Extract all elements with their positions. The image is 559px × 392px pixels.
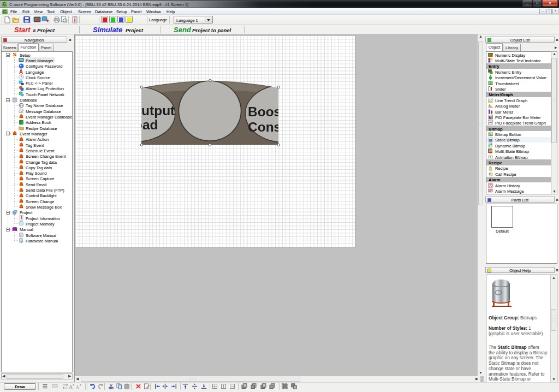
svg-text:Output: Output [140, 103, 175, 118]
svg-text:012: 012 [489, 53, 493, 56]
svg-text:Load: Load [140, 117, 158, 132]
svg-text:A: A [69, 384, 73, 390]
svg-text:Boost: Boost [248, 104, 281, 119]
svg-text:A: A [19, 69, 23, 74]
svg-text:A: A [76, 385, 79, 390]
svg-text:Const: Const [248, 120, 281, 134]
